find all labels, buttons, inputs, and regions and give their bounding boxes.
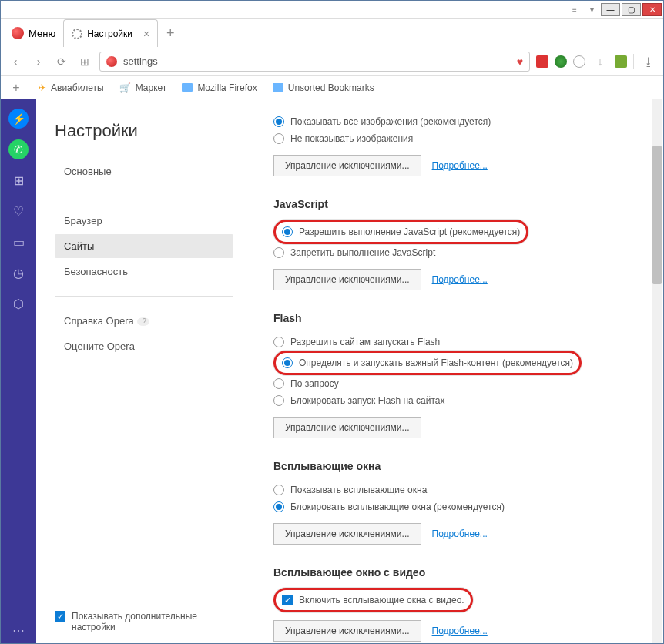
radio-js-allow[interactable]: Разрешить выполнение JavaScript (рекомен… [282, 223, 520, 240]
extension-icon-2[interactable] [555, 55, 567, 68]
extension-icon-1[interactable] [536, 55, 548, 68]
checkbox-icon [282, 595, 293, 605]
section-title: JavaScript [273, 198, 642, 210]
sidebar-item-rate[interactable]: Оцените Opera [55, 334, 233, 358]
menu-button[interactable]: Меню [4, 19, 63, 47]
news-button[interactable]: ▭ [5, 229, 32, 255]
show-advanced-row[interactable]: Показывать дополнительные настройки [55, 611, 224, 632]
whatsapp-icon: ✆ [8, 139, 29, 159]
radio-icon [273, 337, 284, 347]
settings-content: Показывать все изображения (рекомендуетс… [252, 99, 663, 643]
manage-exceptions-button[interactable]: Управление исключениями... [273, 523, 421, 545]
forward-button[interactable]: › [30, 53, 47, 70]
maximize-button[interactable]: ▢ [622, 3, 641, 16]
manage-exceptions-button[interactable]: Управление исключениями... [273, 269, 421, 290]
extensions-button[interactable]: ⬡ [5, 290, 32, 317]
speed-dial-button[interactable]: ⊞ [76, 53, 93, 70]
add-bookmark-button[interactable]: + [7, 79, 25, 97]
radio-flash-allow[interactable]: Разрешить сайтам запускать Flash [273, 334, 642, 351]
folder-icon [273, 83, 283, 92]
sidebar-item-security[interactable]: Безопасность [55, 260, 233, 283]
radio-label: Определять и запускать важный Flash-конт… [299, 357, 573, 368]
extension-icon-3[interactable] [573, 55, 585, 68]
learn-more-link[interactable]: Подробнее... [432, 626, 488, 636]
show-advanced-checkbox[interactable] [55, 611, 65, 622]
bookmark-flights[interactable]: ✈ Авиабилеты [32, 80, 110, 96]
url-input[interactable] [123, 55, 511, 67]
apps-button[interactable]: ⊞ [5, 167, 32, 193]
favorites-button[interactable]: ♡ [5, 198, 32, 224]
download-icon[interactable]: ↓ [592, 53, 609, 70]
radio-icon [273, 133, 284, 144]
learn-more-link[interactable]: Подробнее... [432, 274, 488, 285]
section-popups: Всплывающие окна Показывать всплывающие … [273, 460, 642, 545]
radio-icon [273, 247, 284, 258]
whatsapp-button[interactable]: ✆ [5, 136, 32, 163]
radio-icon [273, 395, 284, 406]
plane-icon: ✈ [39, 82, 46, 93]
radio-label: Показывать всплывающие окна [290, 485, 427, 495]
radio-flash-detect[interactable]: Определять и запускать важный Flash-конт… [282, 354, 573, 371]
section-title: Всплывающее окно с видео [273, 566, 642, 579]
radio-popups-show[interactable]: Показывать всплывающие окна [273, 481, 642, 498]
radio-flash-block[interactable]: Блокировать запуск Flash на сайтах [273, 392, 642, 409]
radio-label: Блокировать запуск Flash на сайтах [290, 395, 444, 406]
scrollbar-thumb[interactable] [652, 146, 662, 284]
new-tab-button[interactable]: + [159, 19, 181, 47]
radio-js-deny[interactable]: Запретить выполнение JavaScript [273, 244, 642, 261]
manage-exceptions-button[interactable]: Управление исключениями... [273, 155, 421, 176]
tab-settings[interactable]: Настройки × [63, 19, 158, 47]
check-video-enable[interactable]: Включить всплывающие окна с видео. [282, 592, 464, 609]
sidebar-item-basic[interactable]: Основные [55, 159, 233, 183]
cart-icon: 🛒 [119, 82, 131, 93]
radio-flash-ask[interactable]: По запросу [273, 375, 642, 392]
titlebar-extra-icon[interactable]: ≡ [567, 3, 582, 16]
messenger-button[interactable]: ⚡ [5, 106, 32, 132]
separator [55, 296, 233, 297]
radio-label: Блокировать всплывающие окна (рекомендуе… [290, 501, 505, 512]
show-advanced-label: Показывать дополнительные настройки [72, 611, 224, 632]
bookmark-label: Авиабилеты [51, 82, 104, 93]
section-video-popup: Всплывающее окно с видео Включить всплыв… [273, 566, 642, 642]
manage-exceptions-button[interactable]: Управление исключениями... [273, 417, 421, 438]
radio-icon [273, 378, 284, 389]
reload-button[interactable]: ⟳ [53, 53, 70, 70]
learn-more-link[interactable]: Подробнее... [432, 160, 488, 171]
learn-more-link[interactable]: Подробнее... [432, 528, 488, 539]
back-button[interactable]: ‹ [7, 53, 24, 70]
radio-icon [273, 485, 284, 495]
bookmark-label: Mozilla Firefox [197, 82, 257, 93]
separator [55, 196, 233, 196]
sidebar-item-browser[interactable]: Браузер [55, 209, 233, 233]
titlebar: ≡ ▾ — ▢ ✕ [1, 1, 663, 19]
radio-popups-block[interactable]: Блокировать всплывающие окна (рекомендуе… [273, 498, 642, 515]
extension-icon-4[interactable] [615, 55, 627, 68]
titlebar-dropdown-icon[interactable]: ▾ [584, 3, 599, 16]
sidebar-item-sites[interactable]: Сайты [55, 234, 233, 258]
bookmark-market[interactable]: 🛒 Маркет [113, 80, 173, 96]
tab-title: Настройки [87, 29, 132, 39]
bookmark-unsorted[interactable]: Unsorted Bookmarks [267, 80, 381, 96]
heart-icon[interactable]: ♥ [517, 55, 523, 68]
sidebar-item-help[interactable]: Справка Opera [55, 309, 233, 333]
activity-more-button[interactable]: ⋯ [5, 617, 32, 643]
radio-label: Разрешить сайтам запускать Flash [290, 337, 440, 347]
radio-images-show[interactable]: Показывать все изображения (рекомендуетс… [273, 113, 642, 130]
radio-label: Запретить выполнение JavaScript [290, 247, 435, 258]
scrollbar[interactable] [652, 99, 662, 643]
close-button[interactable]: ✕ [642, 3, 662, 16]
history-button[interactable]: ◷ [5, 260, 32, 286]
messenger-icon: ⚡ [8, 109, 29, 129]
minimize-button[interactable]: — [601, 3, 620, 16]
download-icon-2[interactable]: ⭳ [640, 53, 657, 70]
tab-bar: Меню Настройки × + [1, 19, 663, 47]
gear-icon [72, 29, 82, 39]
radio-images-hide[interactable]: Не показывать изображения [273, 130, 642, 147]
tab-close-icon[interactable]: × [143, 28, 149, 40]
section-flash: Flash Разрешить сайтам запускать Flash О… [273, 312, 642, 438]
bookmark-firefox[interactable]: Mozilla Firefox [176, 80, 263, 96]
radio-icon [273, 116, 284, 127]
manage-exceptions-button[interactable]: Управление исключениями... [273, 620, 421, 642]
url-box[interactable]: ♥ [99, 52, 530, 72]
radio-icon [282, 357, 293, 368]
